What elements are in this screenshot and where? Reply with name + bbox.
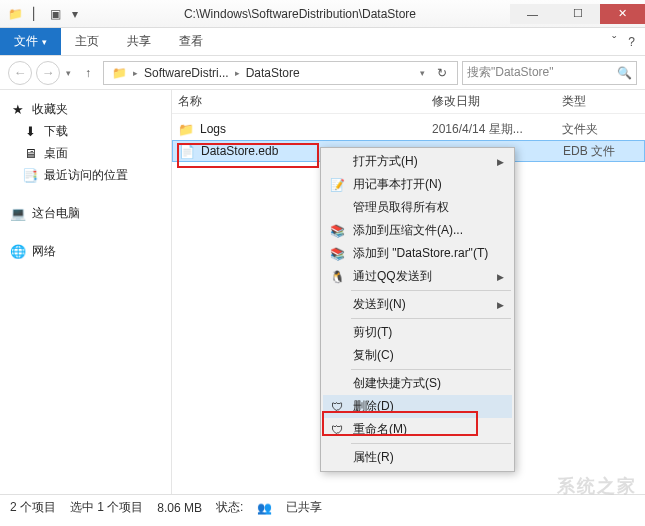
status-state-label: 状态:: [216, 499, 243, 516]
status-size: 8.06 MB: [157, 501, 202, 515]
notepad-icon: 📝: [329, 177, 345, 193]
minimize-button[interactable]: —: [510, 4, 555, 24]
search-placeholder: 搜索"DataStore": [467, 64, 554, 81]
menu-properties[interactable]: 属性(R): [323, 446, 512, 469]
breadcrumb-sep: ▸: [233, 68, 242, 78]
menu-add-rar[interactable]: 📚添加到 "DataStore.rar"(T): [323, 242, 512, 265]
status-shared: 已共享: [286, 499, 322, 516]
maximize-button[interactable]: ☐: [555, 4, 600, 24]
submenu-arrow-icon: ▶: [497, 300, 512, 310]
ribbon-tabs: 文件 主页 共享 查看 ˇ ?: [0, 28, 645, 56]
menu-copy[interactable]: 复制(C): [323, 344, 512, 367]
menu-separator: [351, 318, 511, 319]
shield-icon: 🛡: [329, 399, 345, 415]
folder-icon: 📁: [178, 121, 194, 137]
sidebar-favorites[interactable]: ★收藏夹: [4, 98, 167, 120]
search-icon: 🔍: [617, 66, 632, 80]
up-button[interactable]: ↑: [77, 62, 99, 84]
back-button[interactable]: ←: [8, 61, 32, 85]
help-icon[interactable]: ?: [628, 35, 635, 49]
menu-open-with[interactable]: 打开方式(H)▶: [323, 150, 512, 173]
context-menu: 打开方式(H)▶ 📝用记事本打开(N) 管理员取得所有权 📚添加到压缩文件(A)…: [320, 147, 515, 472]
submenu-arrow-icon: ▶: [497, 272, 512, 282]
address-bar[interactable]: 📁 ▸ SoftwareDistri... ▸ DataStore ▾ ↻: [103, 61, 458, 85]
network-icon: 🌐: [10, 243, 26, 259]
col-type[interactable]: 类型: [562, 93, 645, 110]
tab-file[interactable]: 文件: [0, 28, 61, 55]
history-dropdown-icon[interactable]: ▾: [64, 68, 73, 78]
sidebar-recent[interactable]: 📑最近访问的位置: [4, 164, 167, 186]
status-selected: 选中 1 个项目: [70, 499, 143, 516]
sidebar-desktop[interactable]: 🖥桌面: [4, 142, 167, 164]
properties-icon[interactable]: ▣: [46, 3, 64, 25]
qq-icon: 🐧: [329, 269, 345, 285]
menu-add-archive[interactable]: 📚添加到压缩文件(A)...: [323, 219, 512, 242]
menu-qq-send[interactable]: 🐧通过QQ发送到▶: [323, 265, 512, 288]
status-bar: 2 个项目 选中 1 个项目 8.06 MB 状态: 👥 已共享: [0, 494, 645, 520]
tab-view[interactable]: 查看: [165, 28, 217, 55]
close-button[interactable]: ✕: [600, 4, 645, 24]
sidebar-network[interactable]: 🌐网络: [4, 240, 167, 262]
archive-icon: 📚: [329, 223, 345, 239]
col-name[interactable]: 名称: [172, 93, 432, 110]
folder-icon: 📁: [6, 3, 24, 25]
submenu-arrow-icon: ▶: [497, 157, 512, 167]
breadcrumb-2[interactable]: DataStore: [242, 66, 304, 80]
recent-icon: 📑: [22, 167, 38, 183]
archive-icon: 📚: [329, 246, 345, 262]
nav-bar: ← → ▾ ↑ 📁 ▸ SoftwareDistri... ▸ DataStor…: [0, 56, 645, 90]
menu-delete[interactable]: 🛡删除(D): [323, 395, 512, 418]
column-headers[interactable]: 名称 修改日期 类型: [172, 90, 645, 114]
sidebar: ★收藏夹 ⬇下载 🖥桌面 📑最近访问的位置 💻这台电脑 🌐网络: [0, 90, 172, 494]
tab-share[interactable]: 共享: [113, 28, 165, 55]
address-dropdown-icon[interactable]: ▾: [414, 68, 431, 78]
sidebar-thispc[interactable]: 💻这台电脑: [4, 202, 167, 224]
sidebar-downloads[interactable]: ⬇下载: [4, 120, 167, 142]
downloads-icon: ⬇: [22, 123, 38, 139]
menu-send-to[interactable]: 发送到(N)▶: [323, 293, 512, 316]
shield-icon: 🛡: [329, 422, 345, 438]
forward-button[interactable]: →: [36, 61, 60, 85]
file-icon: 📄: [179, 143, 195, 159]
qat-divider: ⎜: [26, 3, 44, 25]
col-date[interactable]: 修改日期: [432, 93, 562, 110]
menu-rename[interactable]: 🛡重命名(M): [323, 418, 512, 441]
file-name: Logs: [200, 122, 226, 136]
desktop-icon: 🖥: [22, 145, 38, 161]
menu-shortcut[interactable]: 创建快捷方式(S): [323, 372, 512, 395]
file-name: DataStore.edb: [201, 144, 278, 158]
file-row[interactable]: 📁Logs 2016/4/14 星期... 文件夹: [172, 118, 645, 140]
ribbon-expand-icon[interactable]: ˇ: [612, 35, 616, 49]
title-bar: 📁 ⎜ ▣ ▾ C:\Windows\SoftwareDistribution\…: [0, 0, 645, 28]
menu-separator: [351, 369, 511, 370]
file-type: EDB 文件: [563, 143, 615, 160]
menu-notepad[interactable]: 📝用记事本打开(N): [323, 173, 512, 196]
search-input[interactable]: 搜索"DataStore" 🔍: [462, 61, 637, 85]
qat-dropdown-icon[interactable]: ▾: [66, 3, 84, 25]
menu-admin-own[interactable]: 管理员取得所有权: [323, 196, 512, 219]
folder-icon: 📁: [108, 66, 131, 80]
file-date: 2016/4/14 星期...: [432, 121, 562, 138]
pc-icon: 💻: [10, 205, 26, 221]
refresh-icon[interactable]: ↻: [431, 66, 453, 80]
tab-home[interactable]: 主页: [61, 28, 113, 55]
status-item-count: 2 个项目: [10, 499, 56, 516]
favorites-icon: ★: [10, 101, 26, 117]
breadcrumb-sep: ▸: [131, 68, 140, 78]
menu-cut[interactable]: 剪切(T): [323, 321, 512, 344]
file-type: 文件夹: [562, 121, 598, 138]
menu-separator: [351, 290, 511, 291]
window-title: C:\Windows\SoftwareDistribution\DataStor…: [90, 7, 510, 21]
menu-separator: [351, 443, 511, 444]
breadcrumb-1[interactable]: SoftwareDistri...: [140, 66, 233, 80]
shared-icon: 👥: [257, 501, 272, 515]
